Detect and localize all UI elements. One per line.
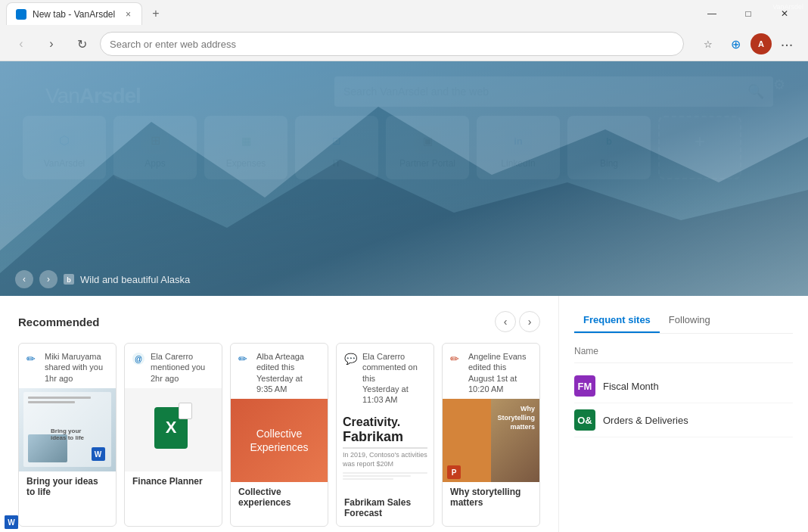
frequent-tabs: Frequent sites Following xyxy=(574,308,793,334)
address-bar-actions: ☆ ⊕ A ··· xyxy=(696,32,799,56)
hero-footer: ‹ › b Wild and beautiful Alaska xyxy=(0,270,808,288)
frequent-site-1[interactable]: FM Fiscal Month xyxy=(574,369,793,403)
frequent-site-2[interactable]: O& Orders & Deliveries xyxy=(574,403,793,437)
edit-icon-1: ✏ xyxy=(26,353,39,365)
hero-image xyxy=(0,61,808,296)
rec-card-5-header: ✏ Angeline Evans edited this August 1st … xyxy=(443,344,539,399)
rec-card-2[interactable]: @ Ela Carerro mentioned you 2hr ago X xyxy=(124,343,222,527)
address-input-wrap[interactable] xyxy=(100,32,684,56)
mention-icon-2: @ xyxy=(132,353,145,365)
hero-next-button[interactable]: › xyxy=(39,270,57,288)
rec-card-1-info: Miki Maruyama shared with you 1hr ago xyxy=(45,351,108,384)
comment-icon-4: 💬 xyxy=(344,353,356,365)
address-input[interactable] xyxy=(110,39,674,50)
left-panel: Recommended ‹ › ✏ Miki Maruyama shared w… xyxy=(0,296,558,532)
rec-card-1-header: ✏ Miki Maruyama shared with you 1hr ago xyxy=(19,344,116,388)
rec-card-1-author: Miki Maruyama shared with you 1hr ago xyxy=(45,351,108,384)
collections-button[interactable]: ⊕ xyxy=(723,32,747,56)
rec-card-4-title: Fabrikam Sales Forecast xyxy=(337,493,434,526)
recommended-next-button[interactable]: › xyxy=(519,311,540,332)
edit-icon-3: ✏ xyxy=(238,353,250,365)
tab-frequent-sites[interactable]: Frequent sites xyxy=(574,308,660,333)
excel-thumb: X xyxy=(154,407,192,453)
maximize-button[interactable]: □ xyxy=(731,3,766,24)
refresh-button[interactable]: ↻ xyxy=(70,32,94,56)
rec-card-5-title: Why storytelling matters xyxy=(443,482,539,515)
rec-card-2-author: Ela Carerro mentioned you 2hr ago xyxy=(151,351,214,384)
bing-attribution: b xyxy=(64,274,74,285)
rec-card-1-title: Bring your ideas to life xyxy=(19,471,116,505)
recommended-cards: ✏ Miki Maruyama shared with you 1hr ago xyxy=(18,343,540,527)
new-tab-button[interactable]: + xyxy=(145,3,166,24)
minimize-button[interactable]: — xyxy=(695,3,729,24)
rec-card-2-info: Ela Carerro mentioned you 2hr ago xyxy=(151,351,214,384)
favorites-button[interactable]: ☆ xyxy=(696,32,720,56)
svg-text:b: b xyxy=(67,276,71,284)
rec-card-1-thumb: Bring yourideas to life W xyxy=(19,388,116,471)
word-icon-1: W xyxy=(92,447,105,461)
tab-title: New tab - VanArsdel xyxy=(33,9,118,20)
hero-caption: Wild and beautiful Alaska xyxy=(80,274,190,285)
forward-button[interactable]: › xyxy=(39,32,64,56)
recommended-title: Recommended xyxy=(18,316,100,328)
freq-name-1: Fiscal Month xyxy=(603,381,659,392)
hero-prev-button[interactable]: ‹ xyxy=(15,270,33,288)
freq-name-2: Orders & Deliveries xyxy=(603,415,688,426)
recommended-prev-button[interactable]: ‹ xyxy=(495,311,516,332)
active-tab[interactable]: New tab - VanArsdel × xyxy=(6,2,142,25)
browser-chrome: New tab - VanArsdel × + — □ ✕ ‹ › ↻ ☆ ⊕ … xyxy=(0,0,808,61)
rec-card-4-header: 💬 Ela Carerro commented on this Yesterda… xyxy=(337,344,434,409)
profile-avatar[interactable]: A xyxy=(751,33,772,54)
rec-card-2-header: @ Ela Carerro mentioned you 2hr ago xyxy=(125,344,222,388)
rec-card-2-thumb: X xyxy=(125,388,222,471)
rec-card-3-author: Alba Arteaga edited this Yesterday at 9:… xyxy=(256,351,320,394)
ppt-icon-5: P xyxy=(447,465,461,479)
tab-bar: New tab - VanArsdel × + — □ ✕ xyxy=(0,0,808,27)
rec-card-4-author: Ela Carerro commented on this Yesterday … xyxy=(362,351,426,405)
rec-card-3-title: Collective experiences xyxy=(231,482,328,515)
rec-card-5-author: Angeline Evans edited this August 1st at… xyxy=(468,351,532,394)
rec-card-2-title: Finance Planner xyxy=(125,471,222,494)
main-content: Recommended ‹ › ✏ Miki Maruyama shared w… xyxy=(0,296,808,532)
rec-card-5-thumb: WhyStorytellingmatters P xyxy=(443,399,539,482)
freq-favicon-1: FM xyxy=(574,375,595,397)
rec-card-3-thumb: VanArsdel CollectiveExperiences W xyxy=(231,399,328,482)
tab-following[interactable]: Following xyxy=(660,308,719,333)
rec-card-4[interactable]: 💬 Ela Carerro commented on this Yesterda… xyxy=(336,343,434,527)
rec-card-1[interactable]: ✏ Miki Maruyama shared with you 1hr ago xyxy=(18,343,117,527)
rec-card-3-header: ✏ Alba Arteaga edited this Yesterday at … xyxy=(231,344,328,399)
right-panel: Frequent sites Following Name FM Fiscal … xyxy=(558,296,808,532)
tab-favicon xyxy=(16,9,26,20)
rec-card-3[interactable]: ✏ Alba Arteaga edited this Yesterday at … xyxy=(230,343,328,527)
edit-icon-5: ✏ xyxy=(450,353,462,365)
recommended-nav: ‹ › xyxy=(495,311,540,332)
rec-card-4-info: Ela Carerro commented on this Yesterday … xyxy=(362,351,426,405)
rec-card-3-info: Alba Arteaga edited this Yesterday at 9:… xyxy=(256,351,320,394)
hero-section: VanArsdel 🔍 ⚙ ⬡ VanArsdel ⊞ Apps ▦ Expen… xyxy=(0,61,808,296)
frequent-col-name: Name xyxy=(574,343,793,363)
menu-button[interactable]: ··· xyxy=(775,32,799,56)
fabrikam-title: Creativity. xyxy=(343,415,427,429)
recommended-header: Recommended ‹ › xyxy=(18,311,540,332)
rec-card-4-thumb: Creativity. Fabrikam In 2019, Contoso's … xyxy=(337,409,434,493)
address-bar: ‹ › ↻ ☆ ⊕ A ··· xyxy=(0,27,808,61)
back-button[interactable]: ‹ xyxy=(9,32,33,56)
freq-favicon-2: O& xyxy=(574,409,595,431)
tab-close-button[interactable]: × xyxy=(124,8,132,21)
rec-card-5[interactable]: ✏ Angeline Evans edited this August 1st … xyxy=(442,343,540,527)
rec-card-5-info: Angeline Evans edited this August 1st at… xyxy=(468,351,532,394)
